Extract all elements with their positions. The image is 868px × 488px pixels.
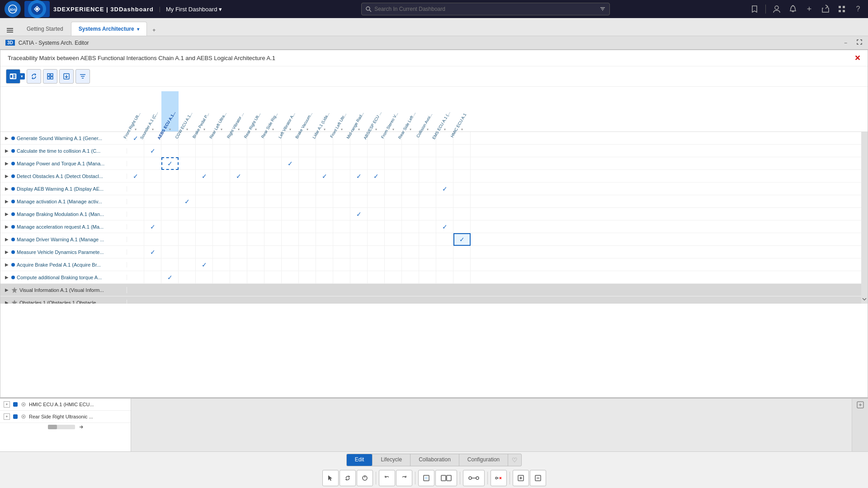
cell-2-10[interactable] — [299, 157, 316, 170]
cell-6-8[interactable] — [264, 208, 282, 221]
cell-7-16[interactable] — [402, 221, 419, 233]
cell-8-12[interactable] — [333, 233, 350, 246]
row-expand-0[interactable]: ▶ — [4, 136, 9, 141]
cell-1-7[interactable] — [247, 145, 264, 157]
refresh-tool-button[interactable] — [27, 69, 41, 84]
cell-3-4[interactable]: ✓ — [196, 170, 213, 183]
cell-4-15[interactable] — [385, 183, 402, 195]
sidebar-toggle[interactable] — [5, 25, 15, 36]
matrix-container[interactable]: Front Right Ult... ▾ Sounder A.1 (C... ▾… — [0, 87, 868, 304]
cell-2-19[interactable] — [453, 157, 471, 170]
minimize-button[interactable]: − — [844, 40, 847, 46]
cell-11-2[interactable]: ✓ — [161, 271, 179, 284]
cell-7-15[interactable] — [385, 221, 402, 233]
cell-5-5[interactable] — [213, 195, 230, 208]
cell-6-3[interactable] — [179, 208, 196, 221]
cell-9-15[interactable] — [385, 246, 402, 258]
cell-8-4[interactable] — [196, 233, 213, 246]
cell-11-3[interactable] — [179, 271, 196, 284]
cell-1-15[interactable] — [385, 145, 402, 157]
cell-4-6[interactable] — [230, 183, 247, 195]
cell-11-10[interactable] — [299, 271, 316, 284]
cell-2-0[interactable] — [127, 157, 144, 170]
cell-8-15[interactable] — [385, 233, 402, 246]
filter2-tool-button[interactable] — [75, 69, 90, 84]
tab-configuration[interactable]: Configuration — [459, 454, 508, 466]
cell-2-17[interactable] — [419, 157, 436, 170]
cell-4-18[interactable]: ✓ — [436, 183, 453, 195]
row-expand-9[interactable]: ▶ — [4, 249, 9, 255]
select-group-tool[interactable] — [435, 470, 457, 486]
row-text-5[interactable]: Manage activation A.1 (Manage activ... — [17, 199, 102, 204]
cell-8-6[interactable] — [230, 233, 247, 246]
cell-1-16[interactable] — [402, 145, 419, 157]
cell-8-13[interactable] — [350, 233, 368, 246]
cell-2-18[interactable] — [436, 157, 453, 170]
cell-10-11[interactable] — [316, 258, 333, 271]
cell-7-7[interactable] — [247, 221, 264, 233]
cell-7-1[interactable]: ✓ — [144, 221, 161, 233]
row-text-12[interactable]: Visual Information A.1 (Visual Inform... — [19, 287, 104, 293]
cell-11-5[interactable] — [213, 271, 230, 284]
cell-7-19[interactable] — [453, 221, 471, 233]
cell-5-16[interactable] — [402, 195, 419, 208]
tab-systems-architecture[interactable]: Systems Architecture ▾ — [71, 22, 147, 36]
cell-9-11[interactable] — [316, 246, 333, 258]
cell-9-5[interactable] — [213, 246, 230, 258]
cell-4-7[interactable] — [247, 183, 264, 195]
bookmark-icon[interactable] — [749, 4, 760, 14]
cell-6-1[interactable] — [144, 208, 161, 221]
scroll-right-arrow[interactable] — [79, 425, 83, 429]
cell-11-16[interactable] — [402, 271, 419, 284]
cell-4-5[interactable] — [213, 183, 230, 195]
cell-5-12[interactable] — [333, 195, 350, 208]
row-text-1[interactable]: Calculate the time to collision A.1 (C..… — [17, 148, 100, 154]
row-expand-5[interactable]: ▶ — [4, 199, 9, 204]
cell-10-5[interactable] — [213, 258, 230, 271]
cell-3-8[interactable] — [264, 170, 282, 183]
cell-6-17[interactable] — [419, 208, 436, 221]
row-text-4[interactable]: Display AEB Warning A.1 (Display AE... — [17, 186, 104, 192]
cell-9-14[interactable] — [368, 246, 385, 258]
col-header-19[interactable]: HMIC ECU A.1 ▾ — [453, 91, 471, 131]
cell-4-12[interactable] — [333, 183, 350, 195]
filter-dropdown[interactable]: ▾ — [19, 73, 25, 80]
cell-11-15[interactable] — [385, 271, 402, 284]
cell-2-8[interactable] — [264, 157, 282, 170]
cell-1-3[interactable] — [179, 145, 196, 157]
cell-1-2[interactable] — [161, 145, 179, 157]
cell-10-3[interactable] — [179, 258, 196, 271]
cell-9-9[interactable] — [282, 246, 299, 258]
close-button[interactable]: ✕ — [854, 54, 860, 62]
cell-6-9[interactable] — [282, 208, 299, 221]
tab-lifecycle[interactable]: Lifecycle — [372, 454, 410, 466]
cell-10-4[interactable]: ✓ — [196, 258, 213, 271]
cell-3-14[interactable]: ✓ — [368, 170, 385, 183]
cell-3-5[interactable] — [213, 170, 230, 183]
add-tab-button[interactable]: + — [149, 25, 160, 36]
cell-9-6[interactable] — [230, 246, 247, 258]
cell-1-19[interactable] — [453, 145, 471, 157]
filter-icon[interactable] — [599, 6, 606, 12]
cell-4-3[interactable] — [179, 183, 196, 195]
cell-3-1[interactable] — [144, 170, 161, 183]
cell-9-18[interactable] — [436, 246, 453, 258]
cell-11-8[interactable] — [264, 271, 282, 284]
row-text-0[interactable]: Generate Sound Warning A.1 (Gener... — [17, 136, 102, 141]
item-label-0[interactable]: HMIC ECU A.1 (HMIC ECU... — [29, 402, 94, 407]
cell-9-16[interactable] — [402, 246, 419, 258]
cell-7-14[interactable] — [368, 221, 385, 233]
cell-4-17[interactable] — [419, 183, 436, 195]
notification-icon[interactable] — [788, 4, 798, 14]
row-expand-2[interactable]: ▶ — [4, 161, 9, 166]
cell-11-6[interactable] — [230, 271, 247, 284]
cell-6-2[interactable] — [161, 208, 179, 221]
cell-10-16[interactable] — [402, 258, 419, 271]
cell-6-6[interactable] — [230, 208, 247, 221]
cell-8-3[interactable] — [179, 233, 196, 246]
cell-8-16[interactable] — [402, 233, 419, 246]
cell-1-13[interactable] — [350, 145, 368, 157]
connect-tool[interactable] — [463, 470, 485, 486]
cell-7-12[interactable] — [333, 221, 350, 233]
expand-widget-icon[interactable] — [856, 400, 865, 411]
